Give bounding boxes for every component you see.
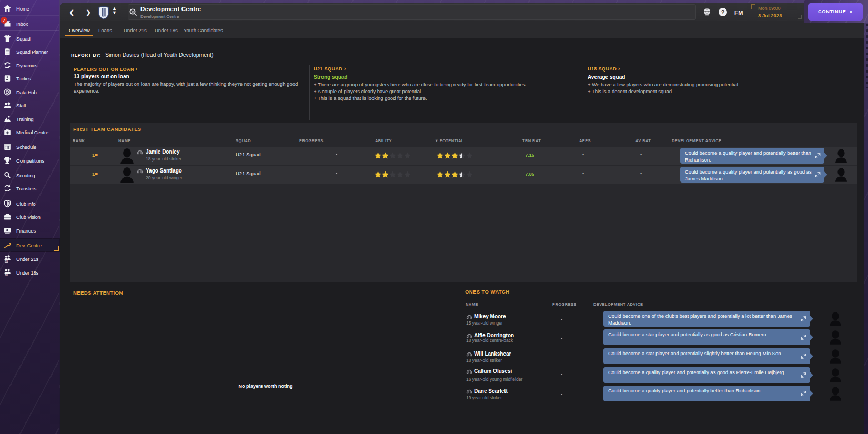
svg-text:U21: U21 <box>5 260 8 263</box>
svg-text:?: ? <box>721 9 725 15</box>
svg-text:U18: U18 <box>5 274 8 276</box>
